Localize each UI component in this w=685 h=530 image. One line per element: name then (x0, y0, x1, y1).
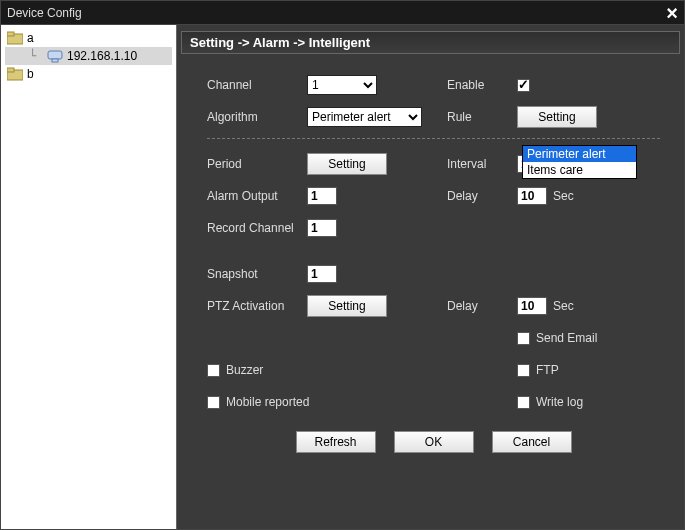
write-log-label: Write log (536, 395, 583, 409)
period-setting-button[interactable]: Setting (307, 153, 387, 175)
channel-select[interactable]: 1 (307, 75, 377, 95)
folder-icon (7, 67, 23, 81)
tree-connector-icon: └ (29, 49, 43, 63)
mobile-reported-checkbox[interactable] (207, 396, 220, 409)
divider (207, 138, 660, 139)
svg-rect-2 (48, 51, 62, 59)
buzzer-label: Buzzer (226, 363, 263, 377)
rule-label: Rule (447, 110, 517, 124)
snapshot-label: Snapshot (207, 267, 307, 281)
rule-setting-button[interactable]: Setting (517, 106, 597, 128)
device-tree: a └ 192.168.1.10 b (1, 25, 177, 529)
alarm-output-label: Alarm Output (207, 189, 307, 203)
folder-icon (7, 31, 23, 45)
tree-item-label: a (27, 31, 34, 45)
main-panel: Setting -> Alarm -> Intelligent Channel … (177, 25, 684, 529)
algorithm-select[interactable]: Perimeter alert (307, 107, 422, 127)
delay2-label: Delay (447, 299, 517, 313)
tree-item-ip[interactable]: └ 192.168.1.10 (5, 47, 172, 65)
sec-label: Sec (553, 299, 574, 313)
svg-rect-3 (52, 59, 58, 62)
tree-item-b[interactable]: b (5, 65, 172, 83)
ptz-activation-label: PTZ Activation (207, 299, 307, 313)
tree-item-label: 192.168.1.10 (67, 49, 137, 63)
svg-rect-5 (7, 68, 14, 72)
ftp-checkbox[interactable] (517, 364, 530, 377)
cancel-button[interactable]: Cancel (492, 431, 572, 453)
delay1-input[interactable] (517, 187, 547, 205)
enable-label: Enable (447, 78, 517, 92)
dropdown-option[interactable]: Perimeter alert (523, 146, 636, 162)
device-icon (47, 49, 63, 63)
algorithm-label: Algorithm (207, 110, 307, 124)
channel-label: Channel (207, 78, 307, 92)
algorithm-dropdown-popup[interactable]: Perimeter alert Items care (522, 145, 637, 179)
record-channel-input[interactable] (307, 219, 337, 237)
tree-item-label: b (27, 67, 34, 81)
buzzer-checkbox[interactable] (207, 364, 220, 377)
mobile-reported-label: Mobile reported (226, 395, 309, 409)
snapshot-input[interactable] (307, 265, 337, 283)
delay-label: Delay (447, 189, 517, 203)
alarm-output-input[interactable] (307, 187, 337, 205)
write-log-checkbox[interactable] (517, 396, 530, 409)
breadcrumb: Setting -> Alarm -> Intelligent (181, 31, 680, 54)
sec-label: Sec (553, 189, 574, 203)
titlebar: Device Config × (1, 1, 684, 25)
close-icon[interactable]: × (666, 3, 678, 23)
ok-button[interactable]: OK (394, 431, 474, 453)
ftp-label: FTP (536, 363, 559, 377)
dropdown-option[interactable]: Items care (523, 162, 636, 178)
send-email-label: Send Email (536, 331, 597, 345)
record-channel-label: Record Channel (207, 221, 307, 235)
tree-item-a[interactable]: a (5, 29, 172, 47)
svg-rect-1 (7, 32, 14, 36)
delay2-input[interactable] (517, 297, 547, 315)
interval-label: Interval (447, 157, 517, 171)
refresh-button[interactable]: Refresh (296, 431, 376, 453)
period-label: Period (207, 157, 307, 171)
ptz-setting-button[interactable]: Setting (307, 295, 387, 317)
enable-checkbox[interactable] (517, 79, 530, 92)
window-title: Device Config (7, 6, 82, 20)
send-email-checkbox[interactable] (517, 332, 530, 345)
